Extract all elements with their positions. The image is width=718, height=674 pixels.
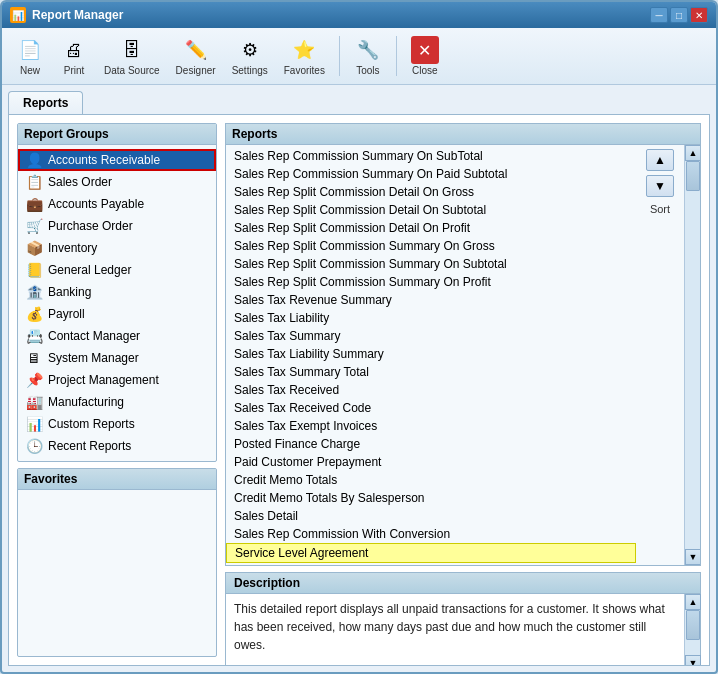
minimize-button[interactable]: ─: [650, 7, 668, 23]
favorites-icon: ⭐: [290, 36, 318, 64]
sidebar-label-payroll: Payroll: [48, 307, 85, 321]
desc-scroll-track: [685, 610, 700, 655]
designer-button[interactable]: ✏️ Designer: [170, 32, 222, 80]
print-button[interactable]: 🖨 Print: [54, 32, 94, 80]
sort-up-button[interactable]: ▲: [646, 149, 674, 171]
desc-scroll-thumb[interactable]: [686, 610, 700, 640]
sidebar-label-system-manager: System Manager: [48, 351, 139, 365]
main-inner: Report Groups 👤Accounts Receivable📋Sales…: [9, 115, 709, 665]
report-item-r23[interactable]: Service Level Agreement: [226, 543, 636, 563]
tab-reports[interactable]: Reports: [8, 91, 83, 114]
maximize-button[interactable]: □: [670, 7, 688, 23]
report-item-r15[interactable]: Sales Tax Received Code: [226, 399, 636, 417]
sidebar-item-custom-reports[interactable]: 📊Custom Reports: [18, 413, 216, 435]
report-item-r1[interactable]: Sales Rep Commission Summary On SubTotal: [226, 147, 636, 165]
report-item-r4[interactable]: Sales Rep Split Commission Detail On Sub…: [226, 201, 636, 219]
main-window: 📊 Report Manager ─ □ ✕ 📄 New 🖨 Print 🗄 D…: [0, 0, 718, 674]
report-item-r11[interactable]: Sales Tax Summary: [226, 327, 636, 345]
description-body: This detailed report displays all unpaid…: [226, 594, 700, 665]
contact-manager-icon: 📇: [26, 328, 42, 344]
sidebar-item-manufacturing[interactable]: 🏭Manufacturing: [18, 391, 216, 413]
report-groups-section: Report Groups 👤Accounts Receivable📋Sales…: [17, 123, 217, 462]
report-item-r18[interactable]: Paid Customer Prepayment: [226, 453, 636, 471]
reports-header: Reports: [226, 124, 700, 145]
report-item-r2[interactable]: Sales Rep Commission Summary On Paid Sub…: [226, 165, 636, 183]
scroll-down-button[interactable]: ▼: [685, 549, 700, 565]
report-item-r6[interactable]: Sales Rep Split Commission Summary On Gr…: [226, 237, 636, 255]
desc-scroll-down[interactable]: ▼: [685, 655, 701, 665]
window-title: Report Manager: [32, 8, 123, 22]
close-button[interactable]: ✕ Close: [405, 32, 445, 80]
report-item-r8[interactable]: Sales Rep Split Commission Summary On Pr…: [226, 273, 636, 291]
sidebar-item-project-management[interactable]: 📌Project Management: [18, 369, 216, 391]
reports-section: Reports Sales Rep Commission Summary On …: [225, 123, 701, 566]
scroll-up-button[interactable]: ▲: [685, 145, 700, 161]
toolbar: 📄 New 🖨 Print 🗄 Data Source ✏️ Designer …: [2, 28, 716, 85]
main-panel: Report Groups 👤Accounts Receivable📋Sales…: [8, 114, 710, 666]
content-area: Reports Report Groups 👤Accounts Receivab…: [2, 85, 716, 672]
print-icon: 🖨: [60, 36, 88, 64]
report-item-r10[interactable]: Sales Tax Liability: [226, 309, 636, 327]
sidebar-label-project-management: Project Management: [48, 373, 159, 387]
sidebar-label-manufacturing: Manufacturing: [48, 395, 124, 409]
sidebar-item-purchase-order[interactable]: 🛒Purchase Order: [18, 215, 216, 237]
sidebar-item-payroll[interactable]: 💰Payroll: [18, 303, 216, 325]
sidebar-item-banking[interactable]: 🏦Banking: [18, 281, 216, 303]
report-item-r13[interactable]: Sales Tax Summary Total: [226, 363, 636, 381]
sidebar-label-general-ledger: General Ledger: [48, 263, 131, 277]
sidebar-label-purchase-order: Purchase Order: [48, 219, 133, 233]
accounts-receivable-icon: 👤: [26, 152, 42, 168]
scroll-track: [685, 161, 700, 549]
sidebar-item-general-ledger[interactable]: 📒General Ledger: [18, 259, 216, 281]
report-item-r14[interactable]: Sales Tax Received: [226, 381, 636, 399]
desc-scroll-up[interactable]: ▲: [685, 594, 701, 610]
sidebar-label-banking: Banking: [48, 285, 91, 299]
report-groups-list: 👤Accounts Receivable📋Sales Order💼Account…: [18, 145, 216, 461]
sidebar-item-accounts-receivable[interactable]: 👤Accounts Receivable: [18, 149, 216, 171]
purchase-order-icon: 🛒: [26, 218, 42, 234]
sidebar-item-accounts-payable[interactable]: 💼Accounts Payable: [18, 193, 216, 215]
settings-icon: ⚙: [236, 36, 264, 64]
new-button[interactable]: 📄 New: [10, 32, 50, 80]
manufacturing-icon: 🏭: [26, 394, 42, 410]
recent-reports-icon: 🕒: [26, 438, 42, 454]
description-header: Description: [226, 573, 700, 594]
sort-down-button[interactable]: ▼: [646, 175, 674, 197]
scroll-thumb[interactable]: [686, 161, 700, 191]
report-item-r5[interactable]: Sales Rep Split Commission Detail On Pro…: [226, 219, 636, 237]
settings-button[interactable]: ⚙ Settings: [226, 32, 274, 80]
payroll-icon: 💰: [26, 306, 42, 322]
report-item-r3[interactable]: Sales Rep Split Commission Detail On Gro…: [226, 183, 636, 201]
sidebar-label-recent-reports: Recent Reports: [48, 439, 131, 453]
description-scrollbar[interactable]: ▲ ▼: [684, 594, 700, 665]
favorites-header: Favorites: [18, 469, 216, 490]
report-item-r22[interactable]: Sales Rep Commission With Conversion: [226, 525, 636, 543]
favorites-section: Favorites: [17, 468, 217, 657]
report-item-r17[interactable]: Posted Finance Charge: [226, 435, 636, 453]
report-item-r21[interactable]: Sales Detail: [226, 507, 636, 525]
sidebar-label-custom-reports: Custom Reports: [48, 417, 135, 431]
reports-list[interactable]: Sales Rep Commission Summary On SubTotal…: [226, 145, 636, 565]
favorites-button[interactable]: ⭐ Favorites: [278, 32, 331, 80]
sidebar-item-contact-manager[interactable]: 📇Contact Manager: [18, 325, 216, 347]
tools-button[interactable]: 🔧 Tools: [348, 32, 388, 80]
project-management-icon: 📌: [26, 372, 42, 388]
datasource-button[interactable]: 🗄 Data Source: [98, 32, 166, 80]
reports-scrollbar[interactable]: ▲ ▼: [684, 145, 700, 565]
general-ledger-icon: 📒: [26, 262, 42, 278]
sidebar-label-contact-manager: Contact Manager: [48, 329, 140, 343]
close-window-button[interactable]: ✕: [690, 7, 708, 23]
right-panel: Reports Sales Rep Commission Summary On …: [225, 123, 701, 657]
report-item-r20[interactable]: Credit Memo Totals By Salesperson: [226, 489, 636, 507]
report-item-r9[interactable]: Sales Tax Revenue Summary: [226, 291, 636, 309]
report-item-r19[interactable]: Credit Memo Totals: [226, 471, 636, 489]
report-item-r16[interactable]: Sales Tax Exempt Invoices: [226, 417, 636, 435]
sidebar-item-inventory[interactable]: 📦Inventory: [18, 237, 216, 259]
sidebar-item-system-manager[interactable]: 🖥System Manager: [18, 347, 216, 369]
sidebar-item-sales-order[interactable]: 📋Sales Order: [18, 171, 216, 193]
report-item-r7[interactable]: Sales Rep Split Commission Summary On Su…: [226, 255, 636, 273]
report-item-r12[interactable]: Sales Tax Liability Summary: [226, 345, 636, 363]
close-icon: ✕: [411, 36, 439, 64]
sidebar-item-recent-reports[interactable]: 🕒Recent Reports: [18, 435, 216, 457]
window-icon: 📊: [10, 7, 26, 23]
